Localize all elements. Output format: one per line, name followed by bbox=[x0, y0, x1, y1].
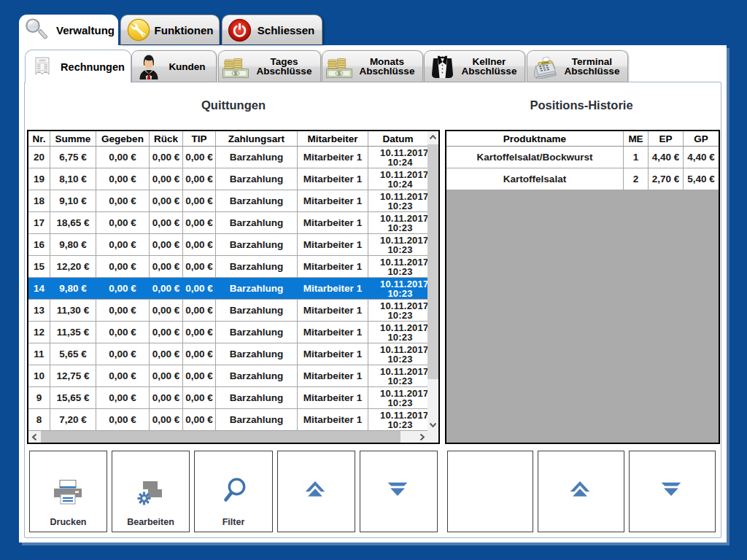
svg-text:$: $ bbox=[234, 71, 237, 77]
svg-text:$: $ bbox=[338, 71, 341, 77]
